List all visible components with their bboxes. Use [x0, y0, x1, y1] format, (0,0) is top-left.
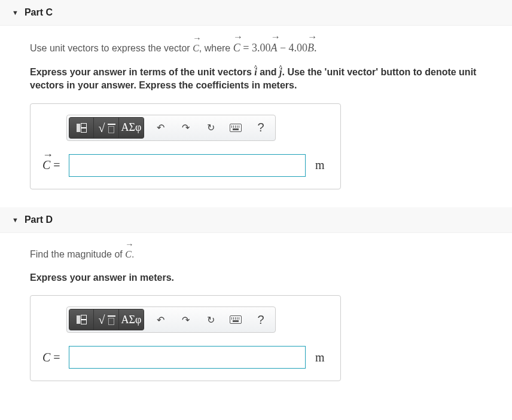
- part-body: Find the magnitude of →C. Express your a…: [0, 233, 512, 387]
- answer-box: ΑΣφ ↶ ↷ ↻ ? C = m: [30, 295, 341, 381]
- part-body: Use unit vectors to express the vector →…: [0, 26, 512, 195]
- instruction-text: Express your answer in terms of the unit…: [30, 66, 482, 93]
- answer-row: →C = m: [42, 154, 328, 177]
- part-c: ▼ Part C Use unit vectors to express the…: [0, 0, 512, 195]
- redo-icon: ↷: [182, 314, 190, 326]
- answer-input[interactable]: [69, 346, 306, 369]
- problem-text: Find the magnitude of →C.: [30, 247, 482, 262]
- symbols-button[interactable]: ΑΣφ: [119, 309, 144, 330]
- help-button[interactable]: ?: [248, 117, 273, 139]
- equation-toolbar: ΑΣφ ↶ ↷ ↻ ?: [66, 306, 276, 333]
- collapse-icon: ▼: [12, 9, 19, 16]
- reset-icon: ↻: [207, 314, 215, 326]
- part-header[interactable]: ▼ Part C: [0, 0, 512, 26]
- instruction-text: Express your answer in meters.: [30, 271, 482, 284]
- sqrt-button[interactable]: [94, 117, 119, 139]
- keyboard-button[interactable]: [223, 309, 248, 330]
- undo-button[interactable]: ↶: [148, 309, 173, 330]
- answer-lhs: C =: [42, 351, 63, 364]
- answer-lhs: →C =: [42, 158, 63, 172]
- keyboard-button[interactable]: [223, 117, 248, 139]
- symbols-button[interactable]: ΑΣφ: [119, 117, 144, 139]
- answer-unit: m: [315, 158, 328, 172]
- reset-button[interactable]: ↻: [198, 117, 223, 139]
- part-d: ▼ Part D Find the magnitude of →C. Expre…: [0, 207, 512, 387]
- problem-text: Use unit vectors to express the vector →…: [30, 40, 482, 56]
- answer-row: C = m: [42, 346, 328, 369]
- sqrt-icon: [100, 122, 113, 133]
- templates-button[interactable]: [69, 309, 94, 330]
- part-title: Part D: [25, 214, 53, 225]
- help-button[interactable]: ?: [248, 309, 273, 330]
- reset-icon: ↻: [207, 122, 215, 133]
- undo-icon: ↶: [157, 314, 164, 326]
- help-label: ?: [257, 313, 264, 327]
- part-header[interactable]: ▼ Part D: [0, 207, 512, 233]
- reset-button[interactable]: ↻: [198, 309, 223, 330]
- answer-box: ΑΣφ ↶ ↷ ↻ ? →C = m: [30, 103, 341, 189]
- answer-unit: m: [315, 351, 328, 364]
- part-title: Part C: [25, 7, 53, 18]
- undo-icon: ↶: [157, 122, 164, 133]
- templates-icon: [77, 123, 87, 133]
- redo-button[interactable]: ↷: [173, 117, 198, 139]
- help-label: ?: [257, 121, 264, 134]
- answer-input[interactable]: [69, 154, 306, 177]
- sqrt-button[interactable]: [94, 309, 119, 330]
- undo-button[interactable]: ↶: [148, 117, 173, 139]
- keyboard-icon: [230, 315, 242, 324]
- symbols-label: ΑΣφ: [121, 314, 142, 326]
- collapse-icon: ▼: [12, 216, 19, 223]
- sqrt-icon: [100, 314, 113, 325]
- templates-icon: [77, 315, 87, 324]
- symbols-label: ΑΣφ: [121, 121, 142, 134]
- redo-button[interactable]: ↷: [173, 309, 198, 330]
- templates-button[interactable]: [69, 117, 94, 139]
- redo-icon: ↷: [182, 122, 190, 133]
- equation-toolbar: ΑΣφ ↶ ↷ ↻ ?: [66, 115, 276, 141]
- keyboard-icon: [230, 124, 242, 132]
